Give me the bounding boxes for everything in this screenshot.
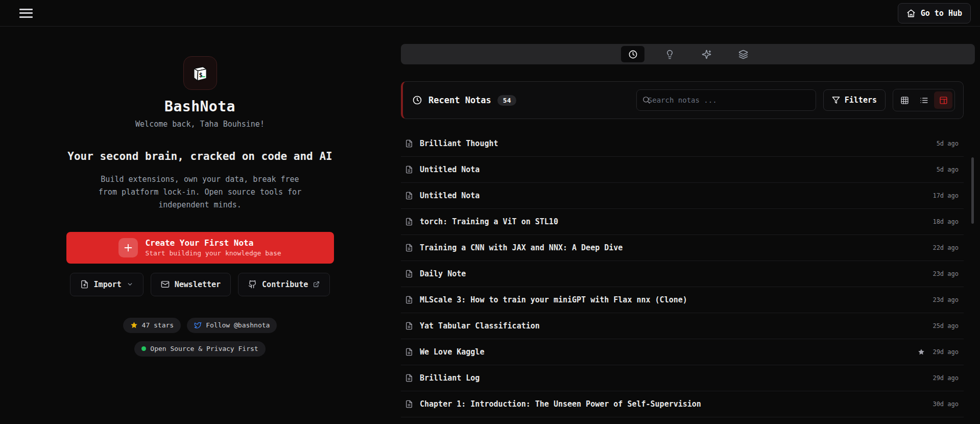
note-title: Training a CNN with JAX and NNX: A Deep … <box>420 243 926 252</box>
open-source-badge: Open Source & Privacy First <box>134 341 265 357</box>
filters-label: Filters <box>845 96 877 105</box>
terminal-cube-icon: $ <box>189 62 211 84</box>
go-to-hub-button[interactable]: Go to Hub <box>898 3 971 23</box>
note-list-item[interactable]: Untitled Nota 5d ago <box>401 157 964 183</box>
note-timestamp: 17d ago <box>933 192 959 199</box>
main-area: $ BashNota Welcome back, Taha Bouhsine! … <box>0 27 980 424</box>
note-title: Brilliant Thought <box>420 139 930 148</box>
note-list-item[interactable]: Chapter 1: Introduction: The Unseen Powe… <box>401 391 964 417</box>
plus-icon <box>118 238 138 257</box>
note-list-item[interactable]: Daily Note 23d ago <box>401 261 964 287</box>
sidebar: $ BashNota Welcome back, Taha Bouhsine! … <box>0 27 400 424</box>
welcome-text: Welcome back, Taha Bouhsine! <box>135 120 265 129</box>
search-input[interactable] <box>636 89 816 111</box>
file-text-icon <box>405 348 413 356</box>
newsletter-label: Newsletter <box>175 280 221 289</box>
file-text-icon <box>405 374 413 382</box>
panel-title: Recent Notas <box>428 95 491 105</box>
note-timestamp: 23d ago <box>933 296 959 303</box>
external-link-icon <box>313 281 320 288</box>
tab-stacks-layers-icon[interactable] <box>731 46 755 62</box>
view-tabs-toolbar <box>401 44 975 64</box>
file-text-icon <box>405 270 413 278</box>
note-list-item[interactable]: Yat Tabular Classification 25d ago <box>401 313 964 339</box>
file-text-icon <box>405 296 413 304</box>
tab-ai-sparkles-icon[interactable] <box>695 46 718 62</box>
file-text-icon <box>405 166 413 174</box>
app-title: BashNota <box>164 98 235 115</box>
notes-list: Brilliant Thought 5d ago Untitled Nota 5… <box>401 131 964 424</box>
note-timestamp: 30d ago <box>933 401 959 408</box>
menu-icon[interactable] <box>19 8 33 19</box>
stars-label: 47 stars <box>142 321 174 329</box>
github-icon <box>248 280 257 289</box>
note-list-item[interactable]: Training a CNN with JAX and NNX: A Deep … <box>401 235 964 261</box>
star-icon <box>130 321 138 329</box>
note-title: Untitled Nota <box>420 191 926 200</box>
follow-twitter-badge[interactable]: Follow @bashnota <box>187 318 277 333</box>
contribute-label: Contribute <box>262 280 308 289</box>
file-text-icon <box>405 139 413 148</box>
follow-label: Follow @bashnota <box>206 321 270 329</box>
tab-recent-clock-icon[interactable] <box>621 46 644 62</box>
note-title: Yat Tabular Classification <box>420 321 926 331</box>
svg-text:$: $ <box>199 72 202 79</box>
filter-funnel-icon <box>832 96 840 104</box>
note-timestamp: 5d ago <box>937 140 959 147</box>
tagline-heading: Your second brain, cracked on code and A… <box>57 149 343 164</box>
file-import-icon <box>80 280 89 289</box>
file-text-icon <box>405 192 413 200</box>
note-list-item[interactable]: Untitled Nota <box>401 417 964 424</box>
home-icon <box>906 9 916 18</box>
file-text-icon <box>405 400 413 408</box>
scrollbar-thumb[interactable] <box>971 157 974 224</box>
note-title: We Love Kaggle <box>420 347 911 357</box>
note-timestamp: 25d ago <box>933 322 959 329</box>
file-text-icon <box>405 218 413 226</box>
bashnota-logo: $ <box>183 56 217 90</box>
note-title: Chapter 1: Introduction: The Unseen Powe… <box>420 399 926 409</box>
content-panel: Recent Notas 54 Filters <box>400 27 980 424</box>
view-mode-toggle <box>893 89 955 111</box>
note-list-item[interactable]: Untitled Nota 17d ago <box>401 183 964 209</box>
note-timestamp: 29d ago <box>933 348 959 356</box>
import-label: Import <box>94 280 122 289</box>
badges-row: 47 stars Follow @bashnota <box>123 318 277 333</box>
tab-ideas-lightbulb-icon[interactable] <box>658 46 681 62</box>
top-bar: Go to Hub <box>0 0 980 27</box>
note-title: MLScale 3: How to train your miniGPT wit… <box>420 295 926 304</box>
go-to-hub-label: Go to Hub <box>921 9 962 18</box>
filters-button[interactable]: Filters <box>823 89 886 111</box>
note-list-item[interactable]: Brilliant Log 29d ago <box>401 365 964 391</box>
note-title: Untitled Nota <box>420 165 930 174</box>
recent-notas-header-card: Recent Notas 54 Filters <box>401 81 964 119</box>
note-list-item[interactable]: Brilliant Thought 5d ago <box>401 131 964 157</box>
note-list-item[interactable]: We Love Kaggle 29d ago <box>401 339 964 365</box>
contribute-button[interactable]: Contribute <box>238 273 330 296</box>
note-timestamp: 18d ago <box>933 218 959 225</box>
cta-title: Create Your First Nota <box>145 238 281 248</box>
note-timestamp: 22d ago <box>933 244 959 251</box>
note-timestamp: 29d ago <box>933 374 959 382</box>
note-list-item[interactable]: torch: Training a ViT on STL10 18d ago <box>401 209 964 235</box>
twitter-icon <box>194 321 202 329</box>
note-timestamp: 23d ago <box>933 270 959 277</box>
open-source-label: Open Source & Privacy First <box>150 345 258 352</box>
action-buttons-row: Import Newsletter Contribute <box>70 273 330 296</box>
note-timestamp: 5d ago <box>937 166 959 173</box>
import-button[interactable]: Import <box>70 273 144 296</box>
note-list-item[interactable]: MLScale 3: How to train your miniGPT wit… <box>401 287 964 313</box>
github-stars-badge[interactable]: 47 stars <box>123 318 181 333</box>
note-title: Brilliant Log <box>420 373 926 383</box>
chevron-down-icon <box>127 281 133 288</box>
newsletter-button[interactable]: Newsletter <box>151 273 231 296</box>
grid-view-icon[interactable] <box>895 91 914 109</box>
create-first-nota-button[interactable]: Create Your First Nota Start building yo… <box>66 232 334 264</box>
description-text: Build extensions, own your data, break f… <box>90 173 310 211</box>
clock-icon <box>412 95 422 105</box>
file-text-icon <box>405 322 413 330</box>
table-view-icon[interactable] <box>934 91 952 109</box>
app-root: Go to Hub $ BashNota Welcome bac <box>0 0 980 424</box>
list-view-icon[interactable] <box>915 91 933 109</box>
notes-count-badge: 54 <box>497 95 517 106</box>
